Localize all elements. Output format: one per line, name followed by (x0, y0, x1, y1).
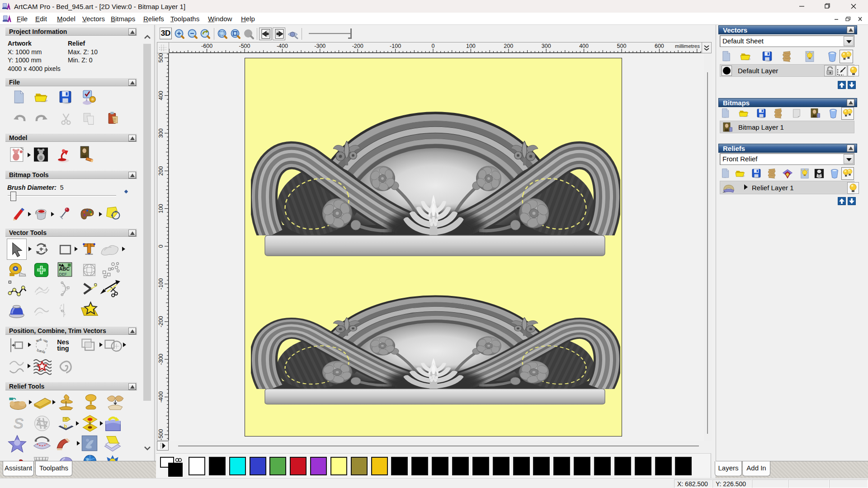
svg-text:-300: -300 (314, 43, 326, 49)
svg-text:600: 600 (655, 43, 664, 49)
svg-text:200: 200 (504, 43, 513, 49)
svg-text:-500: -500 (239, 43, 250, 49)
svg-text:-300: -300 (158, 354, 164, 365)
svg-text:-100: -100 (390, 43, 401, 49)
svg-text:0: 0 (158, 244, 164, 248)
svg-text:300: 300 (158, 128, 164, 138)
svg-text:-200: -200 (352, 43, 363, 49)
svg-text:-600: -600 (201, 43, 212, 49)
svg-text:millimetres: millimetres (675, 43, 700, 49)
svg-text:0: 0 (432, 43, 435, 49)
svg-text:-100: -100 (158, 278, 164, 290)
svg-text:500: 500 (617, 43, 627, 49)
svg-text:400: 400 (158, 91, 164, 100)
svg-text:-200: -200 (158, 316, 164, 327)
svg-text:100: 100 (158, 204, 164, 213)
svg-text:500: 500 (158, 53, 164, 62)
svg-text:-400: -400 (277, 43, 288, 49)
svg-text:100: 100 (466, 43, 476, 49)
svg-text:-500: -500 (158, 429, 164, 440)
svg-text:300: 300 (542, 43, 551, 49)
svg-text:200: 200 (158, 166, 164, 176)
svg-text:-400: -400 (158, 391, 164, 403)
svg-text:400: 400 (579, 43, 589, 49)
